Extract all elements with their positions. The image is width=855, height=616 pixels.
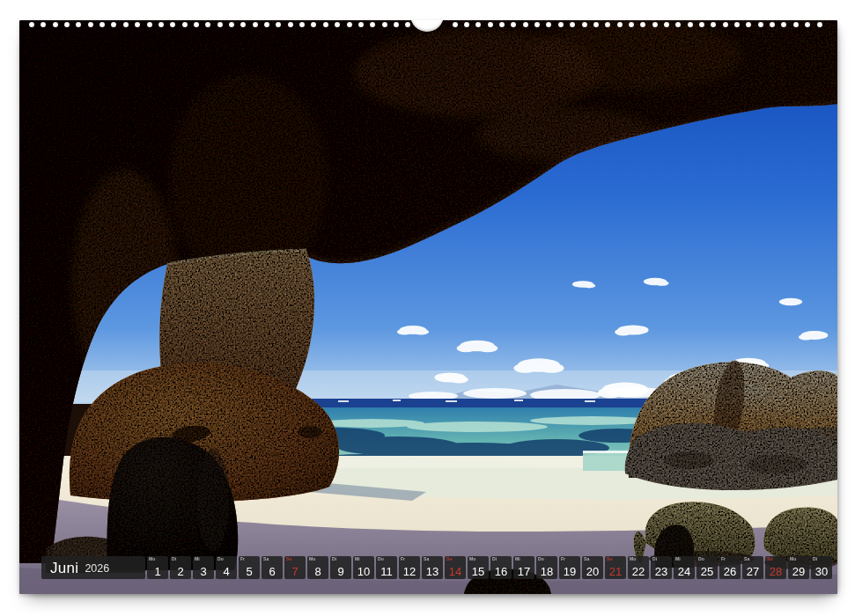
day-number: 27 [742, 566, 763, 577]
day-number: 29 [788, 566, 809, 577]
day-cell: Fr 26 [719, 556, 741, 579]
day-weekday-label: Do [378, 557, 384, 561]
day-cell: So 21 [605, 556, 626, 579]
day-number: 3 [193, 566, 214, 577]
day-cell: Mo 15 [468, 556, 489, 579]
day-number: 26 [719, 566, 741, 577]
day-number: 5 [239, 566, 260, 577]
calendar-strip: Juni 2026 Mo 1 Di 2 Mi 3 Do 4 Fr 5 Sa 6 … [41, 556, 832, 579]
day-number: 8 [307, 566, 328, 577]
day-cell: Mi 17 [513, 556, 534, 579]
day-weekday-label: Sa [584, 557, 589, 561]
day-cell: Fr 5 [239, 556, 260, 579]
day-weekday-label: So [767, 557, 773, 561]
day-number: 25 [697, 566, 718, 577]
day-cell: Fr 12 [399, 556, 420, 579]
beach-photo [19, 20, 837, 594]
day-cell: So 14 [445, 556, 466, 579]
day-weekday-label: Sa [424, 557, 429, 561]
day-weekday-label: So [446, 557, 453, 561]
day-number: 17 [513, 566, 534, 577]
day-weekday-label: Mo [149, 557, 155, 561]
day-cell: Di 16 [490, 556, 512, 579]
day-weekday-label: Fr [240, 557, 245, 561]
day-number: 19 [559, 566, 580, 577]
day-cell: So 7 [284, 556, 306, 579]
year-label: 2026 [85, 561, 109, 575]
day-number: 1 [147, 566, 168, 577]
day-number: 10 [353, 566, 374, 577]
day-weekday-label: Fr [721, 557, 726, 561]
day-cell: Mo 22 [628, 556, 649, 579]
day-cell: Mo 1 [147, 556, 168, 579]
day-number: 18 [536, 566, 557, 577]
day-cell: Mo 29 [788, 556, 809, 579]
day-cell: Sa 27 [742, 556, 763, 579]
day-weekday-label: Mi [675, 557, 681, 561]
day-weekday-label: Sa [744, 557, 749, 561]
day-cell: Do 11 [376, 556, 397, 579]
day-cell: Mi 3 [193, 556, 214, 579]
day-weekday-label: Do [538, 557, 544, 561]
day-number: 6 [262, 566, 283, 577]
day-number: 11 [376, 566, 397, 577]
day-cell: Di 9 [330, 556, 351, 579]
calendar-page: Juni 2026 Mo 1 Di 2 Mi 3 Do 4 Fr 5 Sa 6 … [19, 20, 837, 594]
product-mockup: Juni 2026 Mo 1 Di 2 Mi 3 Do 4 Fr 5 Sa 6 … [0, 0, 855, 616]
day-cell: Sa 20 [582, 556, 603, 579]
day-weekday-label: Di [492, 557, 497, 561]
day-weekday-label: Mo [630, 557, 636, 561]
day-cell: Di 30 [811, 556, 832, 579]
day-weekday-label: Di [813, 557, 817, 561]
month-label: Juni [50, 561, 78, 576]
day-cells: Mo 1 Di 2 Mi 3 Do 4 Fr 5 Sa 6 So 7 Mo 8 … [147, 556, 832, 579]
day-cell: Do 18 [536, 556, 557, 579]
day-weekday-label: Mi [515, 557, 520, 561]
day-weekday-label: Di [172, 557, 176, 561]
day-number: 16 [490, 566, 512, 577]
day-weekday-label: So [607, 557, 613, 561]
day-number: 21 [605, 566, 626, 577]
day-number: 28 [765, 566, 786, 577]
day-weekday-label: Mi [355, 557, 360, 561]
day-number: 12 [399, 566, 420, 577]
day-weekday-label: Mo [790, 557, 796, 561]
day-number: 22 [628, 566, 649, 577]
day-cell: Fr 19 [559, 556, 580, 579]
day-number: 24 [674, 566, 695, 577]
day-weekday-label: Mi [195, 557, 200, 561]
day-cell: Do 25 [697, 556, 718, 579]
day-cell: Mi 10 [353, 556, 374, 579]
day-cell: Di 2 [170, 556, 191, 579]
day-number: 2 [170, 566, 191, 577]
day-cell: Do 4 [216, 556, 237, 579]
day-weekday-label: Mo [469, 557, 475, 561]
day-weekday-label: Fr [561, 557, 565, 561]
day-number: 20 [582, 566, 603, 577]
day-cell: Sa 13 [422, 556, 443, 579]
day-cell: Di 23 [651, 556, 672, 579]
day-weekday-label: Do [217, 557, 224, 561]
day-number: 30 [811, 566, 832, 577]
day-number: 13 [422, 566, 443, 577]
granite-boulders [625, 358, 837, 569]
day-number: 4 [216, 566, 237, 577]
day-weekday-label: Sa [263, 557, 269, 561]
day-weekday-label: Di [652, 557, 657, 561]
day-weekday-label: Do [698, 557, 704, 561]
day-weekday-label: Di [332, 557, 336, 561]
day-weekday-label: So [286, 557, 292, 561]
day-number: 23 [651, 566, 672, 577]
day-number: 9 [330, 566, 351, 577]
day-number: 15 [468, 566, 489, 577]
day-cell: Mi 24 [674, 556, 695, 579]
day-cell: Mo 8 [307, 556, 328, 579]
day-number: 14 [445, 566, 466, 577]
day-weekday-label: Fr [401, 557, 405, 561]
day-cell: So 28 [765, 556, 786, 579]
day-weekday-label: Mo [309, 557, 315, 561]
day-cell: Sa 6 [262, 556, 283, 579]
month-bar: Juni 2026 [41, 556, 145, 579]
day-number: 7 [284, 566, 306, 577]
